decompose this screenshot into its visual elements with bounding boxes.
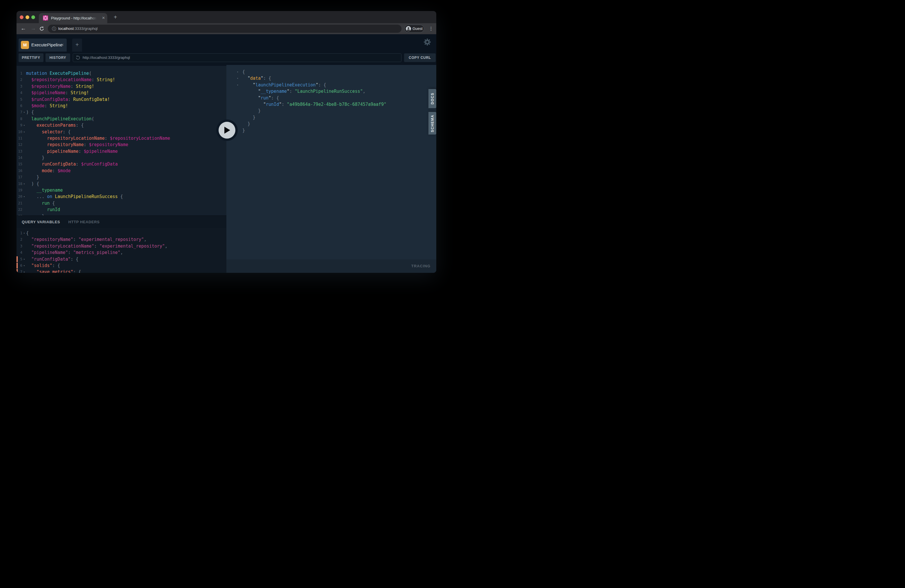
result-line[interactable]: "run": { (226, 95, 436, 101)
editor-line[interactable]: 15 runConfigData: $runConfigData (16, 161, 226, 167)
fold-arrow-icon[interactable]: ▾ (237, 75, 242, 81)
schema-side-tab[interactable]: SCHEMA (429, 112, 436, 135)
variables-line[interactable]: 6▾ "solids": { (16, 262, 226, 269)
fold-arrow-icon[interactable]: ▾ (22, 129, 26, 135)
copy-curl-button[interactable]: COPY CURL (404, 53, 436, 62)
session-tab-executepipeline[interactable]: M ExecutePipeline × (19, 38, 67, 52)
editor-line[interactable]: 13 pipelineName: $pipelineName (16, 148, 226, 154)
editor-line[interactable]: 2 $repositoryLocationName: String! (16, 76, 226, 83)
code-text: mode: $mode (26, 168, 71, 174)
result-line[interactable]: } (226, 127, 436, 133)
editor-line[interactable]: 23 } (16, 213, 226, 215)
result-line[interactable]: } (226, 114, 436, 121)
browser-tab[interactable]: Playground - http://localhost:3 × (39, 13, 107, 23)
reload-button-icon[interactable] (39, 26, 44, 31)
result-line[interactable]: } (226, 108, 436, 114)
tab-query-variables[interactable]: QUERY VARIABLES (22, 216, 60, 228)
query-variables-editor[interactable]: 1▾{2 "repositoryName": "experimental_rep… (16, 228, 226, 273)
editor-line[interactable]: 5 $runConfigData: RunConfigData! (16, 96, 226, 103)
fold-spacer (22, 161, 26, 167)
variables-line[interactable]: 3 "repositoryLocationName": "experimenta… (16, 243, 226, 250)
site-info-icon[interactable]: ⓘ (52, 25, 56, 33)
result-line[interactable]: "__typename": "LaunchPipelineRunSuccess"… (226, 88, 436, 95)
editor-line[interactable]: 6 $mode: String! (16, 103, 226, 109)
session-close-icon[interactable]: × (61, 38, 64, 52)
window-zoom-button[interactable] (31, 15, 35, 19)
response-pane: ▾{▾ "data": {▾ "launchPipelineExecution"… (226, 64, 436, 273)
editor-line[interactable]: 10▾ selector: { (16, 129, 226, 135)
endpoint-reload-icon[interactable] (76, 56, 80, 60)
line-number: 1 (17, 230, 22, 236)
variables-line[interactable]: 2 "repositoryName": "experimental_reposi… (16, 236, 226, 243)
response-viewer[interactable]: ▾{▾ "data": {▾ "launchPipelineExecution"… (226, 65, 436, 273)
fold-arrow-icon[interactable]: ▾ (22, 181, 26, 187)
fold-arrow-icon[interactable]: ▾ (22, 256, 26, 262)
fold-spacer (22, 141, 26, 148)
variables-line[interactable]: 4 "pipelineName": "metrics_pipeline", (16, 250, 226, 256)
fold-arrow-icon[interactable]: ▾ (22, 269, 26, 273)
fold-spacer (22, 103, 26, 109)
fold-spacer (237, 121, 242, 127)
result-line[interactable]: ▾{ (226, 69, 436, 75)
playground-main: 1mutation ExecutePipeline(2 $repositoryL… (16, 64, 436, 273)
forward-button-icon[interactable]: → (30, 23, 36, 34)
new-tab-button[interactable]: + (111, 14, 120, 21)
fold-spacer (237, 88, 242, 95)
editor-line[interactable]: 7▾) { (16, 109, 226, 115)
settings-gear-icon[interactable] (423, 38, 431, 46)
tracing-toggle[interactable]: TRACING (411, 259, 430, 273)
query-editor[interactable]: 1mutation ExecutePipeline(2 $repositoryL… (16, 66, 226, 215)
result-line[interactable]: ▾ "launchPipelineExecution": { (226, 82, 436, 88)
desktop-background: Playground - http://localhost:3 × + ← → … (0, 0, 452, 294)
variables-line[interactable]: 5▾ "runConfigData": { (16, 256, 226, 262)
editor-line[interactable]: 12 repositoryName: $repositoryName (16, 141, 226, 148)
editor-line[interactable]: 19 __typename (16, 187, 226, 193)
editor-line[interactable]: 9▾ executionParams: { (16, 122, 226, 129)
window-minimize-button[interactable] (25, 15, 29, 19)
endpoint-input[interactable]: http://localhost:3333/graphql (73, 53, 402, 62)
line-number: 1 (17, 70, 22, 76)
fold-spacer (22, 148, 26, 154)
code-text: "solids": { (26, 262, 60, 269)
result-line[interactable]: "runId": "a49b864a-79e2-4be8-b78c-687457… (226, 101, 436, 108)
code-text: "runId": "a49b864a-79e2-4be8-b78c-687457… (242, 101, 386, 108)
traffic-lights (20, 15, 35, 19)
line-number: 5 (17, 256, 22, 262)
result-line[interactable]: ▾ "data": { (226, 75, 436, 81)
editor-line[interactable]: 16 mode: $mode (16, 168, 226, 174)
docs-side-tab[interactable]: DOCS (429, 89, 436, 108)
editor-line[interactable]: 22 runId (16, 207, 226, 213)
profile-button[interactable]: Guest (404, 25, 424, 33)
fold-arrow-icon[interactable]: ▾ (237, 82, 242, 88)
fold-arrow-icon[interactable]: ▾ (22, 122, 26, 129)
result-line[interactable]: } (226, 121, 436, 127)
fold-arrow-icon[interactable]: ▾ (237, 69, 242, 75)
fold-arrow-icon[interactable]: ▾ (22, 109, 26, 115)
browser-menu-icon[interactable]: ⋮ (428, 23, 434, 34)
new-session-button[interactable]: + (72, 38, 82, 52)
editor-line[interactable]: 20▾ ... on LaunchPipelineRunSuccess { (16, 193, 226, 200)
prettify-button[interactable]: PRETTIFY (19, 53, 43, 62)
window-close-button[interactable] (20, 15, 24, 19)
editor-line[interactable]: 17 } (16, 174, 226, 180)
editor-line[interactable]: 18▾ ) { (16, 181, 226, 187)
fold-arrow-icon[interactable]: ▾ (22, 262, 26, 269)
editor-line[interactable]: 21 run { (16, 200, 226, 207)
fold-arrow-icon[interactable]: ▾ (22, 193, 26, 200)
execute-query-button[interactable] (216, 119, 238, 141)
address-bar[interactable]: ⓘ localhost:3333/graphql (48, 25, 402, 33)
editor-line[interactable]: 14 } (16, 154, 226, 161)
editor-line[interactable]: 3 $repositoryName: String! (16, 83, 226, 90)
editor-line[interactable]: 11 repositoryLocationName: $repositoryLo… (16, 135, 226, 141)
editor-line[interactable]: 8 launchPipelineExecution( (16, 116, 226, 122)
editor-line[interactable]: 4 $pipelineName: String! (16, 90, 226, 96)
variables-header: QUERY VARIABLES HTTP HEADERS (16, 215, 226, 228)
tab-close-icon[interactable]: × (102, 13, 105, 23)
back-button-icon[interactable]: ← (21, 23, 26, 34)
editor-line[interactable]: 1mutation ExecutePipeline( (16, 70, 226, 76)
history-button[interactable]: HISTORY (46, 53, 70, 62)
variables-line[interactable]: 1▾{ (16, 230, 226, 236)
variables-line[interactable]: 7▾ "save_metrics": { (16, 269, 226, 273)
tab-http-headers[interactable]: HTTP HEADERS (68, 216, 100, 228)
fold-arrow-icon[interactable]: ▾ (22, 230, 26, 236)
